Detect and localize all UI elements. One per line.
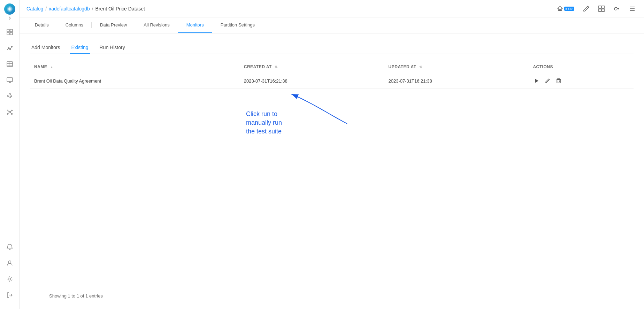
breadcrumb: Catalog / xadefaultcatalogdb / Brent Oil… xyxy=(26,6,145,11)
sidebar-item-puzzle[interactable] xyxy=(3,89,17,103)
sidebar-item-bell[interactable] xyxy=(3,240,17,254)
tab-partition-settings[interactable]: Partition Settings xyxy=(212,17,263,33)
svg-point-18 xyxy=(7,110,8,111)
key-button[interactable] xyxy=(612,4,622,14)
svg-marker-37 xyxy=(535,79,538,83)
home-button[interactable]: BETA xyxy=(555,4,576,14)
app-logo[interactable] xyxy=(4,3,15,15)
created-sort-icon[interactable]: ⇅ xyxy=(275,65,278,69)
row-name: Brent Oil Data Quality Agreement xyxy=(30,73,240,89)
edit-row-button[interactable] xyxy=(544,77,551,84)
tab-details[interactable]: Details xyxy=(26,17,57,33)
delete-row-button[interactable] xyxy=(555,77,562,84)
tab-data-preview[interactable]: Data Preview xyxy=(92,17,135,33)
sidebar-item-table[interactable] xyxy=(3,57,17,71)
tabs-bar: DetailsColumnsData PreviewAll RevisionsM… xyxy=(20,17,644,33)
svg-rect-38 xyxy=(557,79,560,83)
svg-line-25 xyxy=(10,113,11,113)
svg-rect-32 xyxy=(602,9,604,11)
svg-rect-6 xyxy=(10,32,13,35)
annotation-arrow xyxy=(284,92,354,134)
table-header: NAME ▲ CREATED AT ⇅ UPDATED AT ⇅ ACTIONS xyxy=(30,61,634,73)
row-updated-at: 2023-07-31T16:21:38 xyxy=(384,73,529,89)
svg-point-17 xyxy=(9,111,10,113)
content-area: Add Monitors Existing Run History NAME ▲… xyxy=(20,33,644,309)
svg-rect-30 xyxy=(602,6,604,8)
svg-line-22 xyxy=(8,111,9,111)
svg-point-20 xyxy=(7,114,8,115)
annotation-text: Click run to manually run the test suite xyxy=(246,110,282,136)
svg-rect-14 xyxy=(7,78,13,82)
sidebar-nav xyxy=(3,25,17,240)
col-updated-at: UPDATED AT ⇅ xyxy=(384,61,529,73)
beta-badge: BETA xyxy=(564,7,574,11)
sidebar-item-settings[interactable] xyxy=(3,272,17,286)
menu-button[interactable] xyxy=(627,4,637,14)
tab-columns[interactable]: Columns xyxy=(57,17,92,33)
main-content: Catalog / xadefaultcatalogdb / Brent Oil… xyxy=(20,0,644,309)
sub-tabs: Add Monitors Existing Run History xyxy=(30,42,634,54)
svg-point-7 xyxy=(8,48,9,49)
col-name: NAME ▲ xyxy=(30,61,240,73)
svg-point-27 xyxy=(9,278,11,280)
row-actions xyxy=(529,73,634,89)
sidebar-item-logout[interactable] xyxy=(3,288,17,302)
svg-line-23 xyxy=(10,111,11,111)
monitors-table: NAME ▲ CREATED AT ⇅ UPDATED AT ⇅ ACTIONS xyxy=(30,61,634,89)
sidebar-toggle[interactable] xyxy=(6,15,13,22)
breadcrumb-sep2: / xyxy=(92,6,93,11)
updated-sort-icon[interactable]: ⇅ xyxy=(419,65,422,69)
sidebar-item-chart[interactable] xyxy=(3,41,17,55)
table-row: Brent Oil Data Quality Agreement 2023-07… xyxy=(30,73,634,89)
run-button[interactable] xyxy=(533,77,540,84)
col-actions: ACTIONS xyxy=(529,61,634,73)
sidebar-item-user[interactable] xyxy=(3,256,17,270)
svg-rect-10 xyxy=(7,62,13,67)
svg-rect-3 xyxy=(7,29,9,32)
svg-point-9 xyxy=(11,46,12,47)
sub-tab-existing[interactable]: Existing xyxy=(70,42,90,54)
sub-tab-add-monitors[interactable]: Add Monitors xyxy=(30,42,61,54)
action-buttons xyxy=(533,77,629,84)
svg-line-24 xyxy=(8,113,9,113)
topbar-actions: BETA xyxy=(555,4,637,14)
svg-point-33 xyxy=(614,7,617,10)
tab-all-revisions[interactable]: All Revisions xyxy=(135,17,178,33)
name-sort-icon[interactable]: ▲ xyxy=(50,65,53,69)
sidebar-item-network[interactable] xyxy=(3,105,17,119)
annotation: Click run to manually run the test suite xyxy=(30,89,634,138)
sidebar-item-grid[interactable] xyxy=(3,25,17,39)
grid-view-button[interactable] xyxy=(597,4,606,14)
breadcrumb-db[interactable]: xadefaultcatalogdb xyxy=(49,6,90,11)
sub-tab-run-history[interactable]: Run History xyxy=(98,42,127,54)
sidebar xyxy=(0,0,20,309)
table-body: Brent Oil Data Quality Agreement 2023-07… xyxy=(30,73,634,89)
col-created-at: CREATED AT ⇅ xyxy=(240,61,384,73)
svg-point-19 xyxy=(11,110,12,111)
svg-rect-4 xyxy=(10,29,13,32)
svg-rect-31 xyxy=(599,9,601,11)
svg-rect-5 xyxy=(7,32,9,35)
svg-point-8 xyxy=(9,49,10,50)
topbar: Catalog / xadefaultcatalogdb / Brent Oil… xyxy=(20,0,644,17)
table-footer: Showing 1 to 1 of 1 entries xyxy=(49,293,103,299)
breadcrumb-catalog[interactable]: Catalog xyxy=(26,6,43,11)
tab-monitors[interactable]: Monitors xyxy=(178,17,212,33)
svg-rect-29 xyxy=(599,6,601,8)
row-created-at: 2023-07-31T16:21:38 xyxy=(240,73,384,89)
breadcrumb-sep1: / xyxy=(45,6,47,11)
sidebar-item-monitor[interactable] xyxy=(3,73,17,87)
svg-point-21 xyxy=(11,114,12,115)
edit-button[interactable] xyxy=(581,4,591,14)
breadcrumb-current: Brent Oil Price Dataset xyxy=(95,6,145,11)
sidebar-bottom xyxy=(3,240,17,306)
svg-point-26 xyxy=(8,261,11,263)
svg-point-2 xyxy=(9,8,10,10)
